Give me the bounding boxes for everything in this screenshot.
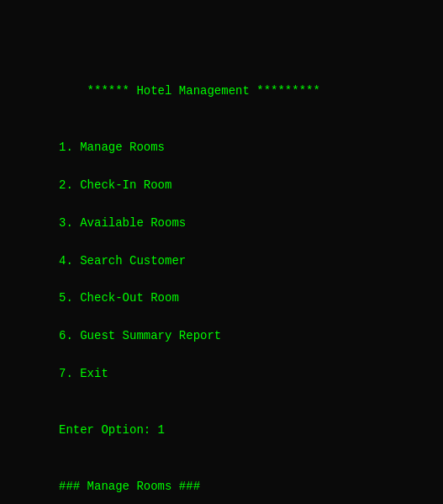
terminal-window: ****** Hotel Management ********* 1. Man…	[0, 0, 443, 504]
enter-option-main: Enter Option: 1	[59, 423, 165, 437]
submenu-title: ### Manage Rooms ###	[59, 480, 200, 493]
menu-item-1: 1. Manage Rooms	[59, 141, 165, 154]
menu-item-2: 2. Check-In Room	[59, 178, 171, 192]
menu-item-5: 5. Check-Out Room	[59, 291, 179, 305]
blank-1	[59, 122, 66, 135]
menu-item-7: 7. Exit	[59, 367, 108, 380]
header-line: ****** Hotel Management *********	[87, 84, 320, 98]
blank-2	[59, 405, 66, 418]
menu-item-3: 3. Available Rooms	[59, 216, 186, 230]
terminal-content: ****** Hotel Management ********* 1. Man…	[59, 63, 384, 504]
blank-3	[59, 461, 66, 475]
menu-item-4: 4. Search Customer	[59, 254, 186, 268]
menu-item-6: 6. Guest Summary Report	[59, 329, 221, 342]
